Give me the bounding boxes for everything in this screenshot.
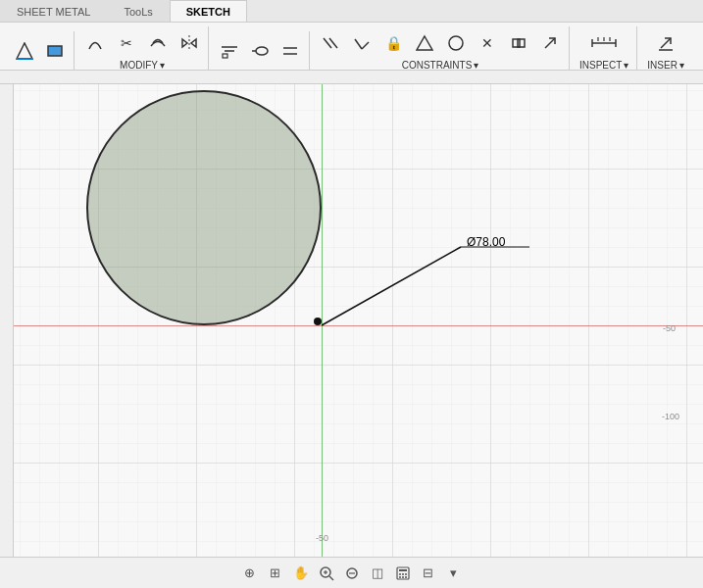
dimension-label[interactable]: Ø78.00 (467, 235, 505, 249)
dimension-value: Ø78.00 (467, 235, 505, 249)
zoom-btn[interactable] (316, 563, 337, 584)
svg-point-42 (399, 573, 401, 575)
insert-label: INSER (647, 60, 678, 71)
svg-point-9 (256, 47, 268, 55)
line-triangle-btn[interactable] (10, 36, 39, 66)
grid-display-btn[interactable]: ⊟ (418, 563, 439, 584)
parallel-btn[interactable] (316, 28, 345, 58)
constraint-cross-btn[interactable]: ✕ (473, 28, 502, 58)
oval-btn[interactable] (245, 36, 275, 66)
angle-btn[interactable] (347, 28, 377, 58)
inspect-chevron: ▾ (624, 60, 628, 71)
tab-tools[interactable]: TooLs (107, 0, 169, 22)
inspect-measure-btn[interactable] (583, 28, 625, 58)
svg-line-35 (329, 576, 333, 580)
pan-btn[interactable]: ✋ (290, 563, 312, 584)
tab-sketch[interactable]: SKETCH (170, 0, 247, 22)
mirror-btn[interactable] (175, 28, 204, 58)
svg-point-43 (402, 573, 404, 575)
canvas-area[interactable]: Ø78.00 -50 -100 -50 (0, 71, 703, 557)
modify-group: ✂ MODIFY ▾ (76, 26, 209, 74)
status-bar: ⊕ ⊞ ✋ ◫ ⊟ ▾ (0, 557, 703, 588)
sketch-circle[interactable] (86, 90, 322, 325)
constraint-arrow-btn[interactable] (535, 28, 565, 58)
toolbar: SHEET METAL TooLs SKETCH (0, 0, 703, 71)
svg-rect-8 (223, 54, 227, 58)
modify-label: MODIFY (120, 60, 158, 71)
ruler-left (0, 71, 14, 557)
inspect-label: INSPECT (579, 60, 622, 71)
constraints-label: CONSTRAINTS (402, 60, 473, 71)
circle-center-dot (314, 318, 322, 325)
vertical-axis (322, 71, 323, 557)
svg-point-46 (402, 576, 404, 578)
svg-line-21 (545, 38, 555, 48)
svg-rect-2 (48, 46, 62, 56)
constraint-bracket-btn[interactable] (504, 28, 533, 58)
svg-line-28 (661, 38, 671, 48)
horizontal-axis (0, 325, 703, 326)
snap-settings-icon[interactable]: ⊕ (239, 563, 261, 584)
svg-rect-20 (518, 39, 525, 47)
ruler-mark-neg50-right: -50 (663, 323, 676, 333)
more-options-btn[interactable]: ▾ (443, 563, 465, 584)
arc-btn[interactable] (80, 28, 110, 58)
offset-btn[interactable] (143, 28, 173, 58)
insert-group: INSER ▾ (639, 26, 692, 74)
modify-chevron: ▾ (160, 60, 165, 71)
svg-point-47 (405, 576, 407, 578)
scissors-btn[interactable]: ✂ (112, 28, 141, 58)
lines-group (211, 31, 310, 71)
constraints-chevron: ▾ (474, 60, 478, 71)
display-mode-btn[interactable]: ◫ (367, 563, 388, 584)
svg-rect-19 (513, 39, 520, 47)
constraint-circle-btn[interactable] (441, 28, 471, 58)
inspect-group: INSPECT ▾ (572, 26, 637, 74)
ruler-top (0, 71, 703, 84)
svg-point-18 (449, 36, 463, 50)
hline-btn[interactable] (215, 36, 244, 66)
calculator-btn[interactable] (392, 563, 414, 584)
tab-sheet-metal[interactable]: SHEET METAL (0, 0, 107, 22)
grid-settings-btn[interactable]: ⊞ (265, 563, 286, 584)
svg-marker-5 (191, 39, 196, 47)
svg-marker-4 (182, 39, 187, 47)
tab-bar: SHEET METAL TooLs SKETCH (0, 0, 703, 23)
svg-rect-41 (399, 569, 407, 571)
rect-btn[interactable] (40, 36, 70, 66)
svg-line-16 (362, 42, 369, 49)
svg-marker-0 (17, 43, 32, 59)
svg-point-44 (405, 573, 407, 575)
insert-chevron: ▾ (679, 60, 684, 71)
svg-marker-17 (417, 36, 432, 50)
svg-point-45 (399, 576, 401, 578)
ruler-mark-neg50-bottom: -50 (316, 533, 328, 543)
create-group (6, 31, 75, 71)
fit-view-btn[interactable] (341, 563, 363, 584)
svg-line-15 (355, 39, 362, 49)
constraints-group: 🔒 ✕ (312, 26, 570, 74)
lock-btn[interactable]: 🔒 (378, 28, 408, 58)
equal-btn[interactable] (276, 36, 305, 66)
ruler-mark-neg100-right: -100 (662, 412, 679, 421)
constraint-tri-btn[interactable] (410, 28, 439, 58)
insert-btn[interactable] (651, 28, 680, 58)
